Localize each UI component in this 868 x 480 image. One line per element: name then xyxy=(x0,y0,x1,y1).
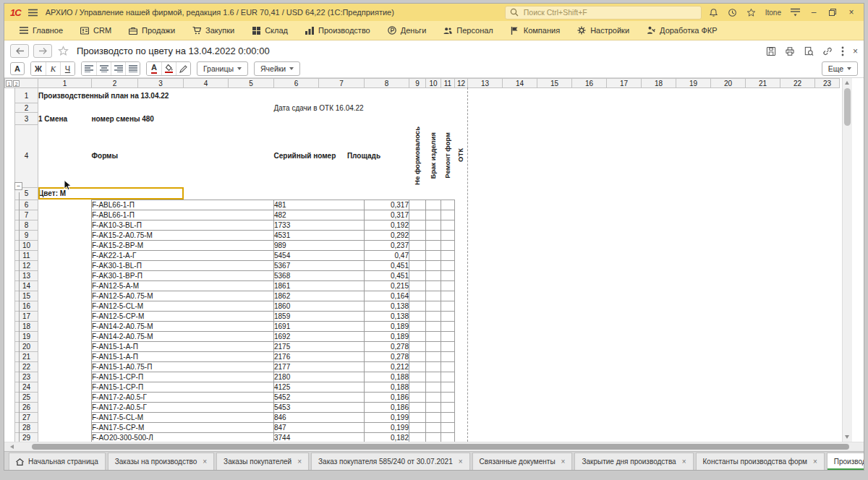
area-cell[interactable]: 0,138 xyxy=(365,301,409,311)
restore-icon[interactable] xyxy=(826,9,839,16)
column-header[interactable]: 8 xyxy=(365,79,409,88)
column-header[interactable]: 23 xyxy=(815,79,840,88)
underline-button[interactable]: Ч xyxy=(60,62,75,75)
vertical-scrollbar-thumb[interactable] xyxy=(844,88,851,126)
sheet-title[interactable]: Производственный план на 13.04.22 xyxy=(38,88,274,103)
menu-item-sales[interactable]: Продажи xyxy=(121,24,183,37)
form-cell[interactable]: F-AN17-5-CP-M xyxy=(92,422,274,432)
column-header[interactable]: 9 xyxy=(409,79,426,88)
bell-icon[interactable] xyxy=(707,6,720,19)
area-cell[interactable]: 0,317 xyxy=(365,200,409,210)
form-cell[interactable]: F-AN12-5-CL-M xyxy=(92,301,274,311)
print-icon[interactable] xyxy=(785,46,795,56)
column-header[interactable]: 12 xyxy=(455,79,468,88)
status-cell[interactable] xyxy=(441,250,455,260)
horizontal-scrollbar-thumb[interactable] xyxy=(32,444,849,450)
status-cell[interactable] xyxy=(409,331,426,341)
status-cell[interactable] xyxy=(409,270,426,280)
status-cell[interactable] xyxy=(409,402,426,412)
status-cell[interactable] xyxy=(426,230,441,240)
status-cell[interactable] xyxy=(409,422,426,432)
search-input[interactable] xyxy=(522,7,697,17)
status-cell[interactable] xyxy=(409,301,426,311)
group-level-buttons[interactable]: 12 xyxy=(5,79,38,88)
status-cell[interactable] xyxy=(409,280,426,291)
menu-item-main[interactable]: Главное xyxy=(12,24,71,37)
form-cell[interactable]: F-AN17-2-A0.5-Г xyxy=(92,392,274,402)
serial-cell[interactable]: 4125 xyxy=(274,382,365,392)
serial-cell[interactable]: 846 xyxy=(274,412,365,422)
column-header[interactable]: 6 xyxy=(274,79,319,88)
form-cell[interactable]: F-AK10-3-BL-П xyxy=(92,220,274,230)
status-cell[interactable] xyxy=(426,311,441,321)
status-cell[interactable] xyxy=(409,361,426,372)
status-cell[interactable] xyxy=(409,432,426,442)
area-cell[interactable]: 0,199 xyxy=(365,422,409,432)
status-cell[interactable] xyxy=(441,291,455,301)
area-cell[interactable]: 0,188 xyxy=(365,382,409,392)
serial-cell[interactable]: 482 xyxy=(274,210,365,220)
serial-cell[interactable]: 2177 xyxy=(274,361,365,372)
area-cell[interactable]: 0,189 xyxy=(365,321,409,331)
serial-cell[interactable]: 2176 xyxy=(274,351,365,361)
status-cell[interactable] xyxy=(441,230,455,240)
area-cell[interactable]: 0,138 xyxy=(365,311,409,321)
collapse-group-button[interactable]: − xyxy=(14,182,22,190)
status-cell[interactable] xyxy=(441,210,455,220)
global-search[interactable] xyxy=(505,6,702,20)
status-cell[interactable] xyxy=(441,341,455,351)
tab-close-icon[interactable]: × xyxy=(459,458,463,466)
status-cell[interactable] xyxy=(441,280,455,291)
link-icon[interactable] xyxy=(822,46,833,56)
status-cell[interactable] xyxy=(409,200,426,210)
minimize-icon[interactable]: – xyxy=(807,7,820,17)
shift-cell[interactable]: 1 Смена xyxy=(38,113,92,125)
column-header[interactable]: 7 xyxy=(319,79,365,88)
column-header[interactable]: 3 xyxy=(138,79,184,88)
serial-cell[interactable]: 1862 xyxy=(274,291,365,301)
area-cell[interactable]: 0,292 xyxy=(365,230,409,240)
border-color-pencil-button[interactable] xyxy=(176,62,190,75)
serial-header-cell[interactable]: Серийный номер xyxy=(274,125,319,188)
column-header[interactable]: 22 xyxy=(780,79,815,88)
status-cell[interactable] xyxy=(441,220,455,230)
status-cell[interactable] xyxy=(426,200,441,210)
menu-item-settings[interactable]: Настройки xyxy=(569,24,637,37)
row-header[interactable]: 2 xyxy=(15,103,38,113)
status-cell[interactable] xyxy=(426,321,441,331)
area-cell[interactable]: 0,317 xyxy=(365,210,409,220)
status-cell[interactable] xyxy=(426,372,441,382)
otk-date-note[interactable]: Дата сдачи в ОТК 16.04.22 xyxy=(274,103,365,113)
column-header[interactable]: 11 xyxy=(441,79,455,88)
status-cell[interactable] xyxy=(441,270,455,280)
column-header[interactable]: 15 xyxy=(537,79,572,88)
status-cell[interactable] xyxy=(426,301,441,311)
serial-cell[interactable]: 1861 xyxy=(274,280,365,291)
status-cell[interactable] xyxy=(441,422,455,432)
status-cell[interactable] xyxy=(409,240,426,250)
status-header-cell[interactable]: Брак изделия xyxy=(426,125,441,188)
italic-button[interactable]: К xyxy=(46,62,60,75)
favorite-star-icon[interactable] xyxy=(56,45,69,58)
form-cell[interactable]: F-AO20-300-500-Л xyxy=(92,432,274,442)
horizontal-scrollbar[interactable] xyxy=(4,442,864,451)
status-cell[interactable] xyxy=(441,260,455,270)
status-cell[interactable] xyxy=(409,260,426,270)
font-button[interactable]: A xyxy=(10,62,25,75)
area-cell[interactable]: 0,164 xyxy=(365,291,409,301)
service-menu-icon[interactable] xyxy=(788,6,801,19)
serial-cell[interactable]: 1692 xyxy=(274,331,365,341)
status-header-cell[interactable]: Не формовалось xyxy=(409,125,426,188)
status-cell[interactable] xyxy=(441,402,455,412)
area-cell[interactable]: 0,189 xyxy=(365,331,409,341)
status-cell[interactable] xyxy=(426,280,441,291)
status-cell[interactable] xyxy=(441,412,455,422)
scroll-up-arrow[interactable] xyxy=(845,81,849,85)
column-header[interactable]: 14 xyxy=(503,79,537,88)
status-cell[interactable] xyxy=(409,372,426,382)
form-cell[interactable]: F-ABL66-1-П xyxy=(92,200,274,210)
status-cell[interactable] xyxy=(426,422,441,432)
serial-cell[interactable]: 3744 xyxy=(274,432,365,442)
status-cell[interactable] xyxy=(409,382,426,392)
tab-form-constants[interactable]: Константы производства форм× xyxy=(696,453,825,470)
